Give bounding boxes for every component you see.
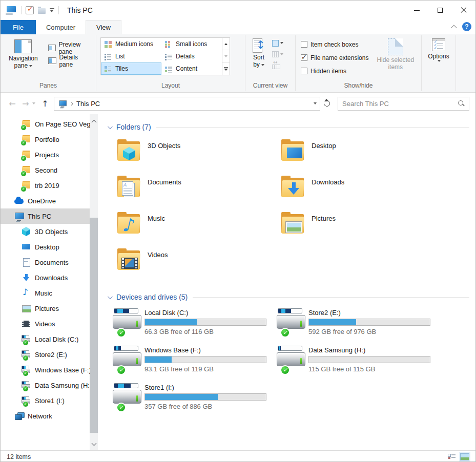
address-box[interactable]: This PC bbox=[54, 97, 320, 111]
group-by-button[interactable] bbox=[272, 38, 283, 48]
folder-tile[interactable]: Music bbox=[117, 212, 281, 248]
chevron-down-icon[interactable] bbox=[108, 294, 113, 299]
thumbnail-view-button[interactable] bbox=[460, 453, 469, 460]
checkbox-icon[interactable] bbox=[301, 68, 307, 74]
sidebar-item[interactable]: Desktop bbox=[1, 239, 90, 255]
scroll-down-button[interactable] bbox=[90, 440, 98, 448]
chevron-down-icon[interactable] bbox=[108, 124, 113, 129]
gallery-scroll-up[interactable] bbox=[222, 38, 230, 50]
sidebar-item[interactable]: Documents bbox=[1, 255, 90, 270]
sidebar-item[interactable]: 3D Objects bbox=[1, 224, 90, 239]
sidebar-item[interactable]: trb 2019 bbox=[1, 178, 90, 193]
sidebar-item[interactable]: Second bbox=[1, 162, 90, 178]
collapse-ribbon-icon[interactable] bbox=[451, 25, 457, 30]
section-divider bbox=[156, 127, 469, 128]
size-columns-button[interactable] bbox=[272, 61, 283, 70]
recent-locations-icon[interactable] bbox=[32, 102, 35, 104]
folder-tile[interactable]: Documents bbox=[117, 175, 281, 212]
drive-tile[interactable]: Store2 (E:) 592 GB free of 976 GB bbox=[276, 307, 440, 344]
sidebar-item[interactable]: Network bbox=[1, 408, 90, 424]
details-pane-button[interactable]: Details pane bbox=[45, 54, 96, 67]
add-columns-button[interactable] bbox=[272, 50, 283, 59]
minimize-button[interactable] bbox=[405, 1, 428, 20]
refresh-button[interactable] bbox=[320, 97, 334, 111]
details-view-button[interactable] bbox=[448, 453, 456, 460]
divider bbox=[21, 6, 22, 14]
breadcrumb-chevron-icon[interactable] bbox=[70, 101, 73, 105]
folder-tile[interactable]: Videos bbox=[117, 248, 281, 284]
drive-tile[interactable]: Windows Base (F:) 93.1 GB free of 119 GB bbox=[112, 344, 276, 382]
options-button[interactable]: Options bbox=[425, 37, 452, 63]
sidebar-item[interactable]: Music bbox=[1, 285, 90, 301]
section-title[interactable]: Devices and drives (5) bbox=[116, 293, 188, 301]
drive-tile[interactable]: Data Samsung (H:) 115 GB free of 115 GB bbox=[276, 344, 440, 382]
folder-tile[interactable]: Pictures bbox=[281, 212, 445, 248]
sidebar-item[interactable]: Projects bbox=[1, 147, 90, 162]
folder-icon bbox=[117, 248, 141, 270]
close-button[interactable] bbox=[452, 1, 475, 20]
folder-tile[interactable]: Desktop bbox=[281, 139, 445, 175]
sidebar-item[interactable]: Data Samsung (H:) bbox=[1, 377, 90, 393]
checkbox-icon[interactable] bbox=[301, 54, 307, 61]
quick-access-toolbar: This PC bbox=[1, 6, 93, 15]
new-folder-icon[interactable] bbox=[38, 8, 46, 14]
ribbon-tab[interactable]: File bbox=[1, 20, 36, 34]
customize-quick-access-icon[interactable] bbox=[50, 8, 54, 12]
forward-button[interactable]: → bbox=[19, 99, 32, 109]
chevron-down-icon bbox=[91, 441, 96, 446]
sidebar-item[interactable]: Store2 (E:) bbox=[1, 347, 90, 362]
drive-icon bbox=[21, 395, 31, 406]
ribbon-tab[interactable]: Computer bbox=[36, 20, 86, 34]
layout-option[interactable]: Medium icons bbox=[101, 38, 161, 50]
layout-option[interactable]: Details bbox=[161, 50, 222, 62]
ribbon-tab[interactable]: View bbox=[86, 20, 121, 34]
search-input[interactable] bbox=[342, 100, 458, 108]
gallery-more-button[interactable] bbox=[222, 63, 230, 75]
drive-tile[interactable]: Store1 (I:) 357 GB free of 886 GB bbox=[112, 382, 276, 419]
layout-option[interactable]: Content bbox=[161, 62, 222, 75]
layout-option[interactable]: Tiles bbox=[101, 62, 161, 75]
gallery-scroll-down[interactable] bbox=[222, 50, 230, 62]
section-title[interactable]: Folders (7) bbox=[116, 123, 151, 131]
layout-option[interactable]: List bbox=[101, 50, 161, 62]
sidebar-item[interactable]: OneDrive bbox=[1, 193, 90, 208]
drives-section-header[interactable]: Devices and drives (5) bbox=[108, 291, 471, 303]
folders-section-header[interactable]: Folders (7) bbox=[108, 121, 471, 133]
sidebar-item[interactable]: Local Disk (C:) bbox=[1, 331, 90, 347]
show-hide-checkbox[interactable]: File name extensions bbox=[301, 52, 368, 64]
show-hide-checkbox[interactable]: Hidden items bbox=[301, 65, 368, 77]
checkbox-icon[interactable] bbox=[301, 41, 307, 48]
drive-icon bbox=[276, 307, 307, 339]
sidebar-item[interactable]: Windows Base (F:) bbox=[1, 362, 90, 377]
scrollbar-thumb[interactable] bbox=[90, 218, 98, 433]
scroll-up-button[interactable] bbox=[90, 117, 98, 125]
preview-pane-button[interactable]: Preview pane bbox=[45, 41, 96, 54]
sidebar-item[interactable]: Videos bbox=[1, 316, 90, 331]
maximize-button[interactable] bbox=[428, 1, 452, 20]
up-button[interactable]: ↑ bbox=[38, 99, 52, 109]
properties-icon[interactable] bbox=[26, 6, 34, 14]
folder-tile[interactable]: Downloads bbox=[281, 175, 445, 212]
file-list-area: Folders (7) 3D Objects bbox=[98, 114, 475, 450]
back-button[interactable]: ← bbox=[6, 99, 19, 109]
navigation-pane-button[interactable]: Navigation pane bbox=[6, 38, 41, 70]
breadcrumb-location[interactable]: This PC bbox=[76, 100, 100, 108]
sidebar-item[interactable]: Portfolio bbox=[1, 132, 90, 147]
sidebar-item[interactable]: Pictures bbox=[1, 301, 90, 316]
dropdown-caret-icon bbox=[29, 65, 32, 67]
layout-option[interactable]: Small icons bbox=[161, 38, 222, 50]
show-hide-checkbox[interactable]: Item check boxes bbox=[301, 38, 368, 50]
folder-tile[interactable]: 3D Objects bbox=[117, 139, 281, 175]
window-controls bbox=[405, 1, 475, 20]
sidebar-item[interactable]: Downloads bbox=[1, 270, 90, 285]
help-button[interactable]: ? bbox=[462, 22, 471, 31]
search-box[interactable] bbox=[338, 97, 469, 111]
sidebar-item[interactable]: On Page SEO Veg bbox=[1, 116, 90, 132]
options-icon bbox=[432, 38, 445, 51]
address-dropdown[interactable] bbox=[308, 102, 320, 104]
sort-by-button[interactable]: ↕ Sort by bbox=[250, 37, 268, 69]
sidebar-item[interactable]: Store1 (I:) bbox=[1, 393, 90, 408]
drive-tile[interactable]: Local Disk (C:) 66.3 GB free of 116 GB bbox=[112, 307, 276, 344]
sidebar-item[interactable]: This PC bbox=[1, 208, 90, 224]
sidebar-scrollbar[interactable] bbox=[90, 114, 98, 450]
